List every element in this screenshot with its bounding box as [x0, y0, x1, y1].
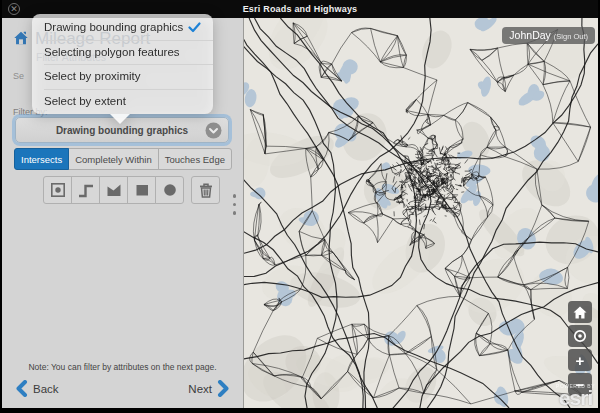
- map-view[interactable]: JohnDay (Sign Out) +: [243, 18, 598, 408]
- point-icon: [48, 180, 68, 200]
- spatial-relation-tabs: Intersects Completely Within Touches Edg…: [14, 148, 232, 170]
- close-icon[interactable]: ✕: [8, 3, 20, 15]
- trash-icon: [196, 180, 216, 200]
- basemap-canvas[interactable]: [244, 18, 598, 408]
- esri-wordmark: esri: [556, 389, 595, 407]
- app-window: ✕ Esri Roads and Highways Mileage Report…: [0, 0, 600, 413]
- tab-intersects[interactable]: Intersects: [14, 148, 69, 170]
- chevron-left-icon: [15, 380, 28, 397]
- draw-rectangle-button[interactable]: [127, 176, 156, 204]
- chevron-down-icon: [205, 122, 222, 139]
- circle-icon: [160, 180, 180, 200]
- note-text: Note: You can filter by attributes on th…: [2, 362, 243, 372]
- checkmark-icon: [188, 22, 201, 33]
- menu-item-label: Drawing bounding graphics: [44, 21, 183, 33]
- draw-polygon-button[interactable]: [99, 176, 128, 204]
- menu-item-label: Selecting polygon features: [44, 46, 180, 58]
- tab-label: Completely Within: [75, 154, 152, 165]
- popover-tail: [110, 114, 130, 124]
- menu-item-selecting-polygon-features[interactable]: Selecting polygon features: [32, 40, 213, 65]
- chevron-right-icon: [217, 380, 230, 397]
- user-badge[interactable]: JohnDay (Sign Out): [502, 27, 595, 44]
- sign-out-link[interactable]: (Sign Out): [554, 32, 588, 41]
- clear-graphics-button[interactable]: [191, 176, 220, 204]
- esri-logo: POWERED BY esri: [556, 383, 595, 407]
- tab-label: Touches Edge: [165, 154, 225, 165]
- draw-polyline-button[interactable]: [71, 176, 100, 204]
- locate-icon: [572, 328, 588, 344]
- draw-point-button[interactable]: [43, 176, 72, 204]
- tab-completely-within[interactable]: Completely Within: [68, 148, 159, 170]
- draw-circle-button[interactable]: [155, 176, 184, 204]
- menu-item-label: Select by proximity: [44, 70, 141, 82]
- polyline-icon: [76, 180, 96, 200]
- menu-item-select-by-extent[interactable]: Select by extent: [32, 89, 213, 114]
- next-button[interactable]: Next: [188, 380, 230, 397]
- polygon-icon: [104, 180, 124, 200]
- map-controls: + −: [568, 301, 592, 395]
- menu-item-drawing-bounding-graphics[interactable]: Drawing bounding graphics: [32, 15, 213, 40]
- filter-method-menu: Drawing bounding graphics Selecting poly…: [32, 14, 213, 124]
- home-extent-button[interactable]: [568, 301, 592, 323]
- back-label: Back: [33, 383, 59, 395]
- locate-button[interactable]: [568, 325, 592, 347]
- draw-toolbar: [43, 176, 220, 204]
- back-button[interactable]: Back: [15, 380, 59, 397]
- wizard-panel: Mileage Report Filter Attributes Se Filt…: [2, 18, 243, 408]
- next-label: Next: [188, 383, 212, 395]
- zoom-in-button[interactable]: +: [568, 349, 592, 371]
- menu-item-select-by-proximity[interactable]: Select by proximity: [32, 64, 213, 89]
- app-title: Esri Roads and Highways: [243, 4, 358, 14]
- tab-touches-edge[interactable]: Touches Edge: [158, 148, 232, 170]
- helper-text-fragment: Se: [13, 71, 24, 81]
- wizard-footer: Back Next: [15, 380, 230, 397]
- username: JohnDay: [509, 29, 550, 41]
- menu-item-label: Select by extent: [44, 95, 126, 107]
- home-icon: [573, 306, 587, 319]
- rectangle-icon: [132, 180, 152, 200]
- panel-resize-handle[interactable]: [233, 194, 237, 215]
- home-icon[interactable]: [12, 29, 30, 47]
- zoom-in-label: +: [576, 352, 585, 369]
- tab-label: Intersects: [21, 154, 62, 165]
- dropdown-value: Drawing bounding graphics: [56, 125, 188, 136]
